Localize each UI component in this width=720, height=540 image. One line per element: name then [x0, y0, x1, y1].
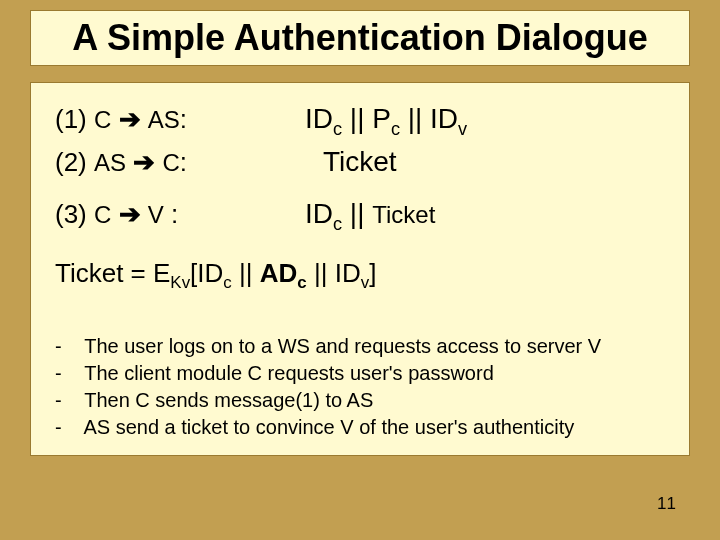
slide-title: A Simple Authentication Dialogue [41, 17, 679, 59]
protocol-step: (3) C ➔ V :IDc || Ticket [55, 192, 665, 235]
protocol-step-message: IDc || Ticket [305, 192, 665, 235]
explanation-item: - The client module C requests user's pa… [55, 360, 665, 387]
arrow-icon: ➔ [119, 104, 141, 134]
arrow-icon: ➔ [133, 147, 155, 177]
explanation-list: - The user logs on to a WS and requests … [55, 333, 665, 441]
slide: A Simple Authentication Dialogue (1) C ➔… [0, 0, 720, 540]
protocol-step-message: Ticket [305, 140, 665, 183]
protocol-step-left: (1) C ➔ AS: [55, 99, 305, 139]
title-box: A Simple Authentication Dialogue [30, 10, 690, 66]
explanation-item: - The user logs on to a WS and requests … [55, 333, 665, 360]
explanation-item: - Then C sends message(1) to AS [55, 387, 665, 414]
explanation-item: - AS send a ticket to convince V of the … [55, 414, 665, 441]
protocol-step-left: (3) C ➔ V : [55, 194, 305, 234]
page-number: 11 [657, 494, 676, 514]
protocol-step: (2) AS ➔ C:Ticket [55, 140, 665, 183]
protocol-step: (1) C ➔ AS:IDc || Pc || IDv [55, 97, 665, 140]
protocol-steps: (1) C ➔ AS:IDc || Pc || IDv(2) AS ➔ C:Ti… [55, 97, 665, 235]
ticket-definition: Ticket = EKv[IDc || ADc || IDv] [55, 253, 665, 295]
arrow-icon: ➔ [119, 199, 141, 229]
content-box: (1) C ➔ AS:IDc || Pc || IDv(2) AS ➔ C:Ti… [30, 82, 690, 456]
protocol-step-message: IDc || Pc || IDv [305, 97, 665, 140]
protocol-step-left: (2) AS ➔ C: [55, 142, 305, 182]
